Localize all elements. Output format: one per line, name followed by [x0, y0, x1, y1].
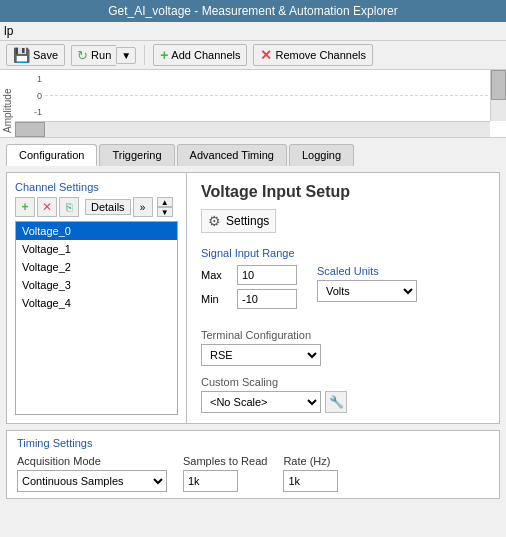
channel-item-4[interactable]: Voltage_4 — [16, 294, 177, 312]
chart-y-label: Amplitude — [0, 70, 15, 137]
run-dropdown-arrow[interactable]: ▼ — [116, 47, 136, 64]
timing-section: Timing Settings Acquisition Mode Continu… — [6, 430, 500, 499]
channel-item-3[interactable]: Voltage_3 — [16, 276, 177, 294]
remove-channel-btn[interactable]: ✕ — [37, 197, 57, 217]
channel-toolbar: + ✕ ⎘ Details » ▲ ▼ — [15, 197, 178, 217]
tab-logging[interactable]: Logging — [289, 144, 354, 166]
left-panel: Channel Settings + ✕ ⎘ Details » ▲ — [7, 173, 187, 423]
double-arrow-icon: » — [140, 202, 146, 213]
copy-channel-btn[interactable]: ⎘ — [59, 197, 79, 217]
rate-field: Rate (Hz) — [283, 455, 338, 492]
channel-scroll-down[interactable]: ▼ — [157, 207, 173, 217]
chart-svg — [45, 70, 490, 121]
channel-item-2[interactable]: Voltage_2 — [16, 258, 177, 276]
channel-item-0[interactable]: Voltage_0 — [16, 222, 177, 240]
tab-advanced-timing[interactable]: Advanced Timing — [177, 144, 287, 166]
details-button[interactable]: Details — [85, 199, 131, 215]
max-row: Max — [201, 265, 297, 285]
wrench-icon: 🔧 — [329, 395, 344, 409]
channel-scroll-up[interactable]: ▲ — [157, 197, 173, 207]
add-channels-button[interactable]: + Add Channels — [153, 44, 247, 66]
max-input[interactable] — [237, 265, 297, 285]
chart-content: 1 0 -1 0 20 40 60 80 100 120 140 160 180… — [15, 70, 506, 137]
copy-icon: ⎘ — [66, 201, 73, 213]
scaled-units-label: Scaled Units — [317, 265, 417, 277]
run-button[interactable]: ↻ Run — [71, 45, 116, 66]
menu-bar: lp — [0, 22, 506, 41]
main-content: Configuration Triggering Advanced Timing… — [0, 138, 506, 505]
chart-scrollbar-vertical[interactable] — [490, 70, 506, 121]
acquisition-mode-label: Acquisition Mode — [17, 455, 167, 467]
rate-label: Rate (Hz) — [283, 455, 338, 467]
more-arrow-button[interactable]: » — [133, 197, 153, 217]
acquisition-mode-select[interactable]: Continuous Samples — [17, 470, 167, 492]
run-label: Run — [91, 49, 111, 61]
plus-icon: + — [21, 200, 28, 214]
remove-icon: ✕ — [260, 47, 272, 63]
samples-input-row — [183, 470, 267, 492]
save-button[interactable]: 💾 Save — [6, 44, 65, 66]
scrollbar-thumb-v[interactable] — [491, 70, 506, 100]
custom-scaling-edit-button[interactable]: 🔧 — [325, 391, 347, 413]
custom-scaling-row: <No Scale> 🔧 — [201, 391, 485, 413]
chart-scrollbar-horizontal[interactable] — [15, 121, 490, 137]
remove-channels-button[interactable]: ✕ Remove Channels — [253, 44, 373, 66]
setup-title: Voltage Input Setup — [201, 183, 485, 201]
rate-input-row — [283, 470, 338, 492]
terminal-config-select[interactable]: RSE — [201, 344, 321, 366]
terminal-config-label: Terminal Configuration — [201, 329, 485, 341]
timing-settings-label: Timing Settings — [17, 437, 489, 449]
tab-triggering[interactable]: Triggering — [99, 144, 174, 166]
right-panel: Voltage Input Setup ⚙ Settings Signal In… — [187, 173, 499, 423]
tabs-bar: Configuration Triggering Advanced Timing… — [6, 144, 500, 166]
signal-range-section: Signal Input Range Max Min Scaled — [201, 247, 485, 313]
title-bar: Get_AI_voltage - Measurement & Automatio… — [0, 0, 506, 22]
save-label: Save — [33, 49, 58, 61]
signal-range-label: Signal Input Range — [201, 247, 485, 259]
run-dropdown: ↻ Run ▼ — [71, 45, 136, 66]
chart-area: Amplitude 1 0 -1 0 20 40 60 80 100 120 1… — [0, 70, 506, 138]
settings-icon: ⚙ — [208, 213, 221, 229]
chart-y-axis: 1 0 -1 — [15, 70, 45, 121]
y-tick-2: 0 — [15, 91, 45, 101]
channel-item-1[interactable]: Voltage_1 — [16, 240, 177, 258]
rate-input[interactable] — [283, 470, 338, 492]
x-icon: ✕ — [42, 200, 52, 214]
save-icon: 💾 — [13, 47, 30, 63]
acquisition-mode-input-row: Continuous Samples — [17, 470, 167, 492]
min-label: Min — [201, 293, 229, 305]
min-row: Min — [201, 289, 297, 309]
scaled-units-select[interactable]: Volts — [317, 280, 417, 302]
window-title: Get_AI_voltage - Measurement & Automatio… — [108, 4, 397, 18]
samples-to-read-field: Samples to Read — [183, 455, 267, 492]
menu-item-lp[interactable]: lp — [4, 24, 13, 38]
y-tick-1: 1 — [15, 74, 45, 84]
custom-scaling-select[interactable]: <No Scale> — [201, 391, 321, 413]
y-tick-3: -1 — [15, 107, 45, 117]
custom-scaling-section: Custom Scaling <No Scale> 🔧 — [201, 376, 485, 413]
acquisition-mode-field: Acquisition Mode Continuous Samples — [17, 455, 167, 492]
remove-channels-label: Remove Channels — [275, 49, 366, 61]
scaled-units-section: Scaled Units Volts — [317, 265, 417, 302]
separator-1 — [144, 45, 145, 65]
add-icon: + — [160, 47, 168, 63]
timing-row: Acquisition Mode Continuous Samples Samp… — [17, 455, 489, 492]
tab-configuration[interactable]: Configuration — [6, 144, 97, 166]
settings-label: Settings — [226, 214, 269, 228]
samples-to-read-input[interactable] — [183, 470, 238, 492]
settings-bar: ⚙ Settings — [201, 209, 276, 233]
min-input[interactable] — [237, 289, 297, 309]
terminal-section: Terminal Configuration RSE — [201, 329, 485, 366]
channel-list: Voltage_0 Voltage_1 Voltage_2 Voltage_3 … — [15, 221, 178, 415]
max-label: Max — [201, 269, 229, 281]
custom-scaling-label: Custom Scaling — [201, 376, 485, 388]
samples-to-read-label: Samples to Read — [183, 455, 267, 467]
channel-settings-label: Channel Settings — [15, 181, 178, 193]
toolbar: 💾 Save ↻ Run ▼ + Add Channels ✕ Remove C… — [0, 41, 506, 70]
add-channel-btn[interactable]: + — [15, 197, 35, 217]
tab-panel: Channel Settings + ✕ ⎘ Details » ▲ — [6, 172, 500, 424]
scrollbar-thumb-h[interactable] — [15, 122, 45, 137]
run-icon: ↻ — [77, 48, 88, 63]
add-channels-label: Add Channels — [171, 49, 240, 61]
